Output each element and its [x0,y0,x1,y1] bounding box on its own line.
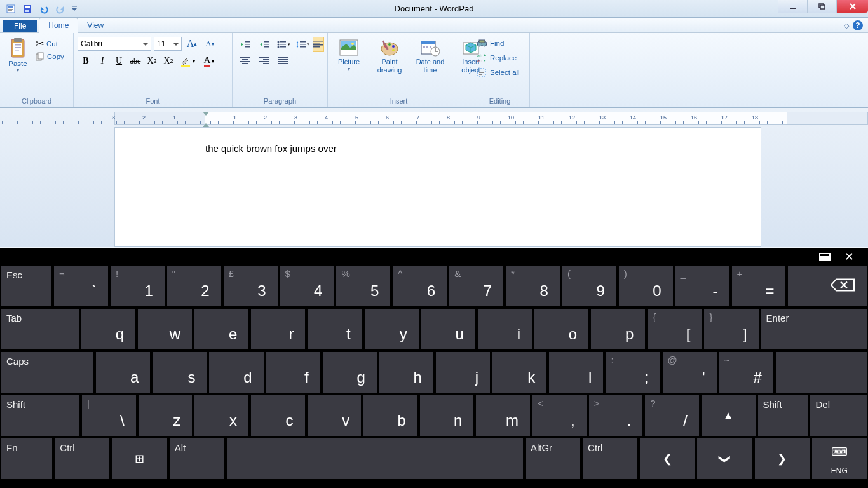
left-arrow-key[interactable]: ❮ [640,438,695,479]
align-center-button[interactable] [236,53,254,69]
document-area[interactable]: the quick brown fox jumps over [114,127,761,247]
align-right-button[interactable] [255,53,273,69]
align-left-button[interactable] [313,37,324,52]
up-arrow-key[interactable]: ▲ [702,395,756,436]
key-ctrl[interactable]: Ctrl [583,438,637,479]
picture-button[interactable]: Picture ▾ [332,37,366,76]
key-#[interactable]: ~# [719,352,773,393]
key-m[interactable]: m [476,395,530,436]
lang-key[interactable]: ⌨ENG [812,438,867,479]
view-tab[interactable]: View [78,18,112,32]
superscript-button[interactable]: X2 [160,53,177,69]
strikethrough-button[interactable]: abc [127,53,144,69]
key-a[interactable]: a [96,352,150,393]
key-esc[interactable]: Esc [1,266,51,306]
key-0[interactable]: )0 [619,266,673,306]
replace-button[interactable]: abac Replace [474,51,522,64]
date-time-button[interactable]: Date and time [413,37,447,76]
key-8[interactable]: *8 [506,266,560,306]
key-;[interactable]: :; [606,352,660,393]
key-ctrl[interactable]: Ctrl [55,438,109,479]
bold-button[interactable]: B [78,53,94,69]
font-family-select[interactable]: Calibri [78,37,151,51]
key-l[interactable]: l [549,352,603,393]
key-,[interactable]: <, [532,395,587,436]
key-e[interactable]: e [194,309,248,349]
osk-dock-icon[interactable] [819,253,831,261]
shrink-font-button[interactable]: A▾ [202,37,217,51]
key-9[interactable]: (9 [562,266,616,306]
key-=[interactable]: += [732,266,786,306]
key-v[interactable]: v [308,395,362,436]
font-size-select[interactable]: 11 [154,37,182,51]
key-z[interactable]: z [139,395,193,436]
key-w[interactable]: w [138,309,192,349]
qat-customize-icon[interactable] [70,2,79,16]
key--[interactable]: _- [675,266,729,306]
grow-font-button[interactable]: A▴ [184,37,200,51]
key[interactable] [776,352,867,393]
find-button[interactable]: Find [474,37,522,50]
enter-key[interactable]: Enter [761,309,867,349]
key-6[interactable]: ^6 [393,266,447,306]
italic-button[interactable]: I [94,53,111,69]
home-tab[interactable]: Home [39,18,78,33]
key-1[interactable]: !1 [111,266,165,306]
minimize-button[interactable] [778,0,807,13]
highlight-button[interactable]: ▾ [177,53,198,69]
redo-button[interactable] [53,2,67,16]
windows-key[interactable]: ⊞ [112,438,166,479]
key-fn[interactable]: Fn [1,438,52,479]
key-/[interactable]: ?/ [645,395,699,436]
key-[[interactable]: {[ [648,309,702,349]
key-h[interactable]: h [379,352,433,393]
osk-close-icon[interactable]: ✕ [844,250,854,264]
file-tab[interactable]: File [3,20,37,32]
maximize-button[interactable] [807,0,836,13]
key-o[interactable]: o [534,309,588,349]
key-y[interactable]: y [365,309,419,349]
key-.[interactable]: >. [589,395,643,436]
down-arrow-key[interactable]: ❯ [697,438,752,479]
key-`[interactable]: ¬` [54,266,108,306]
key-'[interactable]: @' [663,352,717,393]
backspace-key[interactable] [788,266,866,306]
key-g[interactable]: g [323,352,377,393]
space-key[interactable] [227,438,523,479]
paint-drawing-button[interactable]: Paint drawing [372,37,407,76]
key-7[interactable]: &7 [449,266,503,306]
ruler[interactable]: 321123456789101112131415161718 [114,112,868,125]
key-k[interactable]: k [492,352,546,393]
font-color-button[interactable]: A▾ [198,53,220,69]
key-4[interactable]: $4 [280,266,334,306]
help-icon[interactable]: ? [853,20,863,30]
key-b[interactable]: b [363,395,417,436]
close-button[interactable] [836,0,868,13]
key-caps[interactable]: Caps [1,352,93,393]
key-q[interactable]: q [81,309,135,349]
key-j[interactable]: j [436,352,490,393]
increase-indent-button[interactable] [255,37,273,52]
key-3[interactable]: £3 [224,266,278,306]
copy-button[interactable]: Copy [34,51,65,62]
key-i[interactable]: i [478,309,532,349]
cut-button[interactable]: ✂ Cut [34,37,65,50]
right-arrow-key[interactable]: ❯ [755,438,810,479]
key-alt[interactable]: Alt [170,438,224,479]
key-shift[interactable]: Shift [1,395,79,436]
key-2[interactable]: "2 [167,266,221,306]
key-shift[interactable]: Shift [758,395,808,436]
key-d[interactable]: d [209,352,263,393]
key-n[interactable]: n [420,395,474,436]
underline-button[interactable]: U [111,53,127,69]
key-p[interactable]: p [591,309,645,349]
undo-button[interactable] [37,2,51,16]
wordpad-icon[interactable] [4,2,18,16]
key-del[interactable]: Del [810,395,866,436]
key-s[interactable]: s [153,352,207,393]
select-all-button[interactable]: Select all [474,66,522,79]
key-u[interactable]: u [421,309,475,349]
key-5[interactable]: %5 [336,266,390,306]
subscript-button[interactable]: X2 [144,53,160,69]
key-\[interactable]: |\ [82,395,136,436]
